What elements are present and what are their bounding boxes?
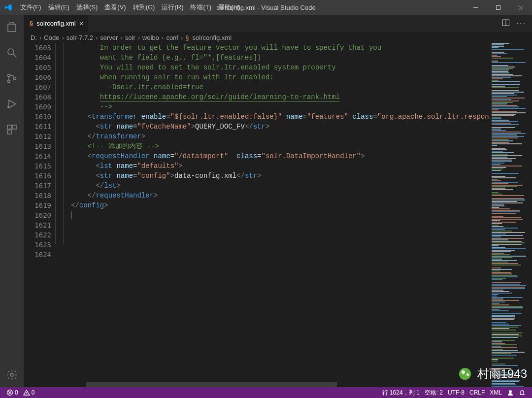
editor-region: § solrconfig.xml × ··· D:›Code›solr-7.7.… bbox=[24, 15, 532, 387]
menu-file[interactable]: 文件(F) bbox=[17, 3, 45, 12]
svg-point-6 bbox=[8, 74, 10, 77]
extensions-icon[interactable] bbox=[0, 122, 24, 137]
svg-point-7 bbox=[8, 80, 10, 83]
horizontal-scrollbar[interactable] bbox=[55, 382, 490, 387]
source-control-icon[interactable] bbox=[0, 71, 24, 86]
breadcrumb-item[interactable]: conf bbox=[166, 34, 178, 41]
menu-select[interactable]: 选择(S) bbox=[73, 3, 101, 12]
indent-guides bbox=[55, 43, 71, 387]
status-cursor-position[interactable]: 行 1624，列 1 bbox=[380, 389, 422, 397]
breadcrumb-item[interactable]: server bbox=[100, 34, 118, 41]
breadcrumb[interactable]: D:›Code›solr-7.7.2›server›solr›weibo›con… bbox=[24, 32, 532, 43]
window-title: solrconfig.xml - Visual Studio Code bbox=[216, 4, 315, 11]
code-editor[interactable]: In order to get the feature vector you w… bbox=[71, 43, 490, 387]
search-icon[interactable] bbox=[0, 45, 24, 60]
run-debug-icon[interactable] bbox=[0, 97, 24, 111]
svg-point-8 bbox=[14, 77, 16, 80]
menu-run[interactable]: 运行(R) bbox=[158, 3, 187, 12]
minimize-button[interactable] bbox=[464, 0, 487, 15]
settings-gear-icon[interactable] bbox=[0, 367, 24, 382]
more-actions-icon[interactable]: ··· bbox=[517, 19, 526, 28]
svg-rect-10 bbox=[7, 125, 11, 129]
menu-view[interactable]: 查看(V) bbox=[101, 3, 129, 12]
breadcrumb-item[interactable]: weibo bbox=[142, 34, 159, 41]
svg-rect-11 bbox=[12, 125, 16, 129]
svg-rect-12 bbox=[7, 130, 11, 134]
line-number-gutter: 1603160416051606160716081609161016111612… bbox=[24, 43, 55, 387]
status-errors[interactable]: 0 bbox=[4, 389, 21, 396]
menu-bar: 文件(F) 编辑(E) 选择(S) 查看(V) 转到(G) 运行(R) 终端(T… bbox=[17, 3, 243, 12]
svg-line-5 bbox=[13, 54, 16, 57]
menu-terminal[interactable]: 终端(T) bbox=[187, 3, 215, 12]
breadcrumb-item[interactable]: solrconfig.xml bbox=[193, 34, 232, 41]
status-bell-icon[interactable] bbox=[516, 389, 528, 397]
scrollbar-thumb[interactable] bbox=[86, 382, 337, 387]
vscode-logo-icon bbox=[0, 3, 17, 11]
svg-point-20 bbox=[509, 390, 512, 393]
status-bar: 0 0 行 1624，列 1 空格: 2 UTF-8 CRLF XML bbox=[0, 387, 532, 398]
watermark: 村雨1943 bbox=[456, 365, 527, 383]
svg-point-9 bbox=[7, 106, 9, 108]
explorer-icon[interactable] bbox=[0, 20, 24, 34]
status-feedback-icon[interactable] bbox=[504, 389, 516, 397]
minimap[interactable] bbox=[490, 43, 532, 387]
svg-point-13 bbox=[10, 373, 13, 376]
breadcrumb-item[interactable]: solr-7.7.2 bbox=[66, 34, 93, 41]
tab-label: solrconfig.xml bbox=[36, 20, 75, 27]
breadcrumb-item[interactable]: solr bbox=[125, 34, 135, 41]
tab-bar: § solrconfig.xml × ··· bbox=[24, 15, 532, 32]
breadcrumb-item[interactable]: D: bbox=[31, 34, 37, 41]
breadcrumb-item[interactable]: Code bbox=[44, 34, 59, 41]
status-warnings[interactable]: 0 bbox=[21, 389, 37, 396]
watermark-text: 村雨1943 bbox=[477, 366, 527, 382]
status-encoding[interactable]: UTF-8 bbox=[445, 389, 467, 397]
svg-point-4 bbox=[8, 49, 14, 55]
close-icon[interactable]: × bbox=[79, 19, 84, 28]
wechat-icon bbox=[456, 365, 474, 383]
activity-bar bbox=[0, 15, 24, 387]
maximize-button[interactable] bbox=[487, 0, 509, 15]
split-editor-icon[interactable] bbox=[502, 19, 510, 29]
status-spaces[interactable]: 空格: 2 bbox=[422, 389, 445, 397]
menu-edit[interactable]: 编辑(E) bbox=[45, 3, 73, 12]
close-button[interactable] bbox=[509, 0, 532, 15]
status-language[interactable]: XML bbox=[487, 389, 504, 397]
svg-rect-1 bbox=[496, 5, 500, 9]
xml-file-icon: § bbox=[30, 20, 33, 27]
tab-solrconfig[interactable]: § solrconfig.xml × bbox=[24, 15, 88, 32]
title-bar: 文件(F) 编辑(E) 选择(S) 查看(V) 转到(G) 运行(R) 终端(T… bbox=[0, 0, 532, 15]
status-eol[interactable]: CRLF bbox=[467, 389, 487, 397]
menu-goto[interactable]: 转到(G) bbox=[130, 3, 159, 12]
